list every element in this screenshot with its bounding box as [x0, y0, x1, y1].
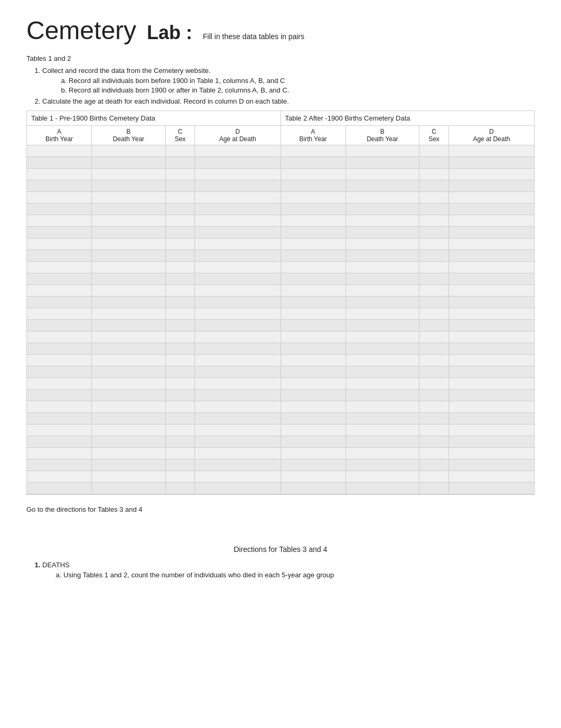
table-cell[interactable] — [92, 436, 166, 448]
table-cell[interactable] — [92, 273, 166, 285]
table-cell[interactable] — [27, 250, 92, 262]
table-row[interactable] — [281, 390, 535, 401]
table-cell[interactable] — [195, 436, 280, 448]
table-cell[interactable] — [281, 250, 346, 262]
table-cell[interactable] — [281, 378, 346, 390]
table-cell[interactable] — [419, 355, 449, 366]
table-cell[interactable] — [92, 343, 166, 355]
table-cell[interactable] — [27, 227, 92, 238]
table-row[interactable] — [281, 355, 535, 366]
table-cell[interactable] — [195, 471, 280, 483]
table-cell[interactable] — [281, 238, 346, 250]
table-cell[interactable] — [345, 413, 419, 425]
table-cell[interactable] — [92, 250, 166, 262]
table-cell[interactable] — [448, 192, 534, 204]
table-cell[interactable] — [419, 401, 449, 413]
table-row[interactable] — [27, 308, 280, 320]
table-cell[interactable] — [448, 204, 534, 215]
table-cell[interactable] — [448, 390, 534, 401]
table-cell[interactable] — [419, 215, 449, 227]
table-cell[interactable] — [165, 483, 195, 494]
table-cell[interactable] — [27, 320, 92, 331]
table-cell[interactable] — [165, 425, 195, 436]
table-cell[interactable] — [92, 145, 166, 157]
table-cell[interactable] — [165, 343, 195, 355]
table-cell[interactable] — [27, 215, 92, 227]
table-cell[interactable] — [92, 331, 166, 343]
table-cell[interactable] — [345, 180, 419, 192]
table-cell[interactable] — [92, 471, 166, 483]
table-cell[interactable] — [419, 471, 449, 483]
table-row[interactable] — [281, 227, 535, 238]
table-cell[interactable] — [195, 308, 280, 320]
table-row[interactable] — [27, 378, 280, 390]
table-cell[interactable] — [195, 378, 280, 390]
table-cell[interactable] — [345, 169, 419, 180]
table-row[interactable] — [27, 157, 280, 169]
table-cell[interactable] — [195, 145, 280, 157]
table-cell[interactable] — [92, 204, 166, 215]
table-cell[interactable] — [448, 413, 534, 425]
table-cell[interactable] — [281, 157, 346, 169]
table-cell[interactable] — [448, 145, 534, 157]
table-cell[interactable] — [195, 238, 280, 250]
table-cell[interactable] — [419, 145, 449, 157]
table-row[interactable] — [281, 366, 535, 378]
table-row[interactable] — [281, 180, 535, 192]
table-cell[interactable] — [165, 413, 195, 425]
table-row[interactable] — [27, 297, 280, 308]
table-cell[interactable] — [27, 273, 92, 285]
table-row[interactable] — [27, 436, 280, 448]
table-cell[interactable] — [165, 145, 195, 157]
table-cell[interactable] — [345, 273, 419, 285]
table-row[interactable] — [27, 448, 280, 459]
table-cell[interactable] — [419, 262, 449, 273]
table-cell[interactable] — [27, 285, 92, 297]
table-row[interactable] — [281, 401, 535, 413]
table-cell[interactable] — [419, 238, 449, 250]
table-cell[interactable] — [281, 273, 346, 285]
table-cell[interactable] — [92, 169, 166, 180]
table-cell[interactable] — [345, 192, 419, 204]
table-cell[interactable] — [27, 483, 92, 494]
table-row[interactable] — [27, 320, 280, 331]
table-row[interactable] — [281, 308, 535, 320]
table-cell[interactable] — [281, 413, 346, 425]
table-row[interactable] — [27, 413, 280, 425]
table-cell[interactable] — [281, 192, 346, 204]
table-cell[interactable] — [195, 262, 280, 273]
table-row[interactable] — [27, 331, 280, 343]
table-cell[interactable] — [92, 378, 166, 390]
table-cell[interactable] — [195, 157, 280, 169]
table-cell[interactable] — [281, 448, 346, 459]
table-row[interactable] — [27, 204, 280, 215]
table-row[interactable] — [281, 262, 535, 273]
table-cell[interactable] — [448, 238, 534, 250]
table-cell[interactable] — [195, 250, 280, 262]
table-row[interactable] — [27, 273, 280, 285]
table-row[interactable] — [27, 425, 280, 436]
table-cell[interactable] — [27, 192, 92, 204]
table-row[interactable] — [27, 483, 280, 494]
table-cell[interactable] — [165, 215, 195, 227]
table-cell[interactable] — [419, 459, 449, 471]
table-cell[interactable] — [419, 331, 449, 343]
table-cell[interactable] — [165, 285, 195, 297]
table-cell[interactable] — [448, 401, 534, 413]
table-cell[interactable] — [195, 390, 280, 401]
table-cell[interactable] — [345, 390, 419, 401]
table-row[interactable] — [281, 285, 535, 297]
table-cell[interactable] — [281, 297, 346, 308]
table-cell[interactable] — [165, 250, 195, 262]
table-cell[interactable] — [195, 425, 280, 436]
table-cell[interactable] — [92, 192, 166, 204]
table-cell[interactable] — [165, 448, 195, 459]
table-cell[interactable] — [92, 308, 166, 320]
table-cell[interactable] — [165, 459, 195, 471]
table-cell[interactable] — [448, 425, 534, 436]
table-row[interactable] — [281, 425, 535, 436]
table-cell[interactable] — [165, 157, 195, 169]
table-cell[interactable] — [281, 331, 346, 343]
table-cell[interactable] — [448, 448, 534, 459]
table-cell[interactable] — [281, 401, 346, 413]
